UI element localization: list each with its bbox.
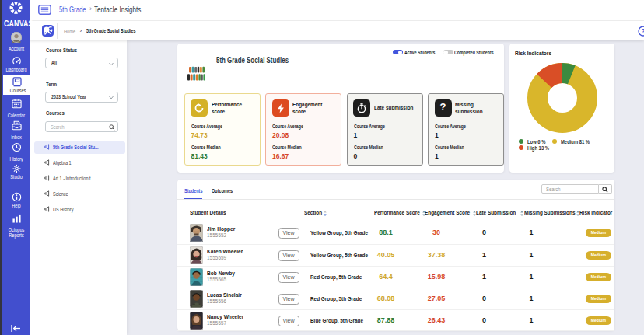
svg-text:?: ?: [641, 27, 644, 35]
